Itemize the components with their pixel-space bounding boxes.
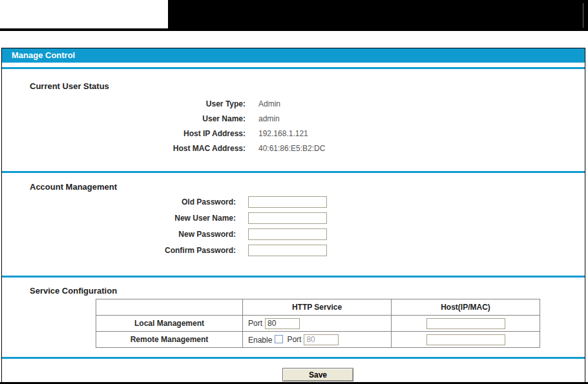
new-user-name-label: New User Name:: [2, 212, 236, 225]
header-rule: [0, 28, 588, 31]
user-type-label: User Type:: [2, 97, 246, 110]
section-divider: [2, 171, 585, 173]
user-name-label: User Name:: [2, 112, 246, 125]
status-row-host-mac: Host MAC Address: 40:61:86:E5:B2:DC: [2, 142, 585, 155]
top-black-banner: [168, 0, 588, 28]
new-password-label: New Password:: [2, 228, 236, 241]
status-row-user-type: User Type: Admin: [2, 97, 585, 110]
header-cell-host-ip-mac: Host(IP/MAC): [392, 299, 540, 316]
host-ip-label: Host IP Address:: [2, 127, 246, 140]
table-row-local-management: Local Management Port: [96, 316, 540, 332]
local-host-input[interactable]: [426, 318, 505, 329]
remote-management-label: Remote Management: [96, 332, 243, 348]
user-type-value: Admin: [258, 97, 280, 110]
host-mac-value: 40:61:86:E5:B2:DC: [258, 142, 325, 155]
field-row-confirm-password: Confirm Password:: [2, 245, 585, 258]
old-password-input[interactable]: [248, 196, 327, 208]
remote-port-input[interactable]: [304, 334, 339, 345]
remote-enable-label: Enable: [248, 335, 272, 344]
status-row-host-ip: Host IP Address: 192.168.1.121: [2, 127, 585, 140]
remote-port-label: Port: [287, 335, 301, 344]
new-user-name-input[interactable]: [248, 212, 327, 224]
old-password-label: Old Password:: [2, 196, 236, 208]
local-management-label: Local Management: [96, 316, 243, 332]
local-port-label: Port: [248, 319, 262, 328]
section-heading-current-user-status: Current User Status: [30, 81, 109, 91]
remote-management-host-cell: [392, 332, 540, 348]
remote-host-input[interactable]: [426, 334, 505, 345]
section-divider: [2, 357, 585, 359]
save-button[interactable]: Save: [282, 368, 353, 381]
section-heading-service-configuration: Service Configuration: [30, 286, 117, 296]
remote-management-http-cell: EnablePort: [243, 332, 392, 348]
host-mac-label: Host MAC Address:: [2, 142, 246, 155]
host-ip-value: 192.168.1.121: [258, 127, 308, 140]
confirm-password-input[interactable]: [248, 245, 327, 256]
field-row-new-password: New Password:: [2, 228, 585, 241]
new-password-input[interactable]: [248, 228, 327, 240]
status-row-user-name: User Name: admin: [2, 112, 585, 125]
field-row-old-password: Old Password:: [2, 196, 585, 209]
section-heading-account-management: Account Management: [30, 182, 117, 192]
page-title-bar: Manage Control: [2, 48, 585, 63]
local-management-http-cell: Port: [243, 316, 392, 332]
service-configuration-table: HTTP Service Host(IP/MAC) Local Manageme…: [96, 299, 540, 348]
title-accent-line: [2, 67, 585, 69]
section-divider: [2, 276, 585, 278]
remote-enable-checkbox[interactable]: [275, 335, 283, 343]
confirm-password-label: Confirm Password:: [2, 245, 236, 257]
manage-control-panel: Manage Control Current User Status User …: [1, 48, 585, 382]
banner-divider-line: [583, 3, 583, 28]
screen: Manage Control Current User Status User …: [0, 0, 588, 384]
header-cell-http-service: HTTP Service: [243, 299, 392, 316]
page-title: Manage Control: [12, 50, 75, 60]
local-port-input[interactable]: [265, 318, 300, 329]
table-header-row: HTTP Service Host(IP/MAC): [96, 299, 540, 316]
local-management-host-cell: [392, 316, 540, 332]
header-cell-empty: [96, 299, 243, 316]
user-name-value: admin: [258, 112, 280, 125]
table-row-remote-management: Remote Management EnablePort: [96, 332, 540, 348]
field-row-new-user-name: New User Name:: [2, 212, 585, 225]
